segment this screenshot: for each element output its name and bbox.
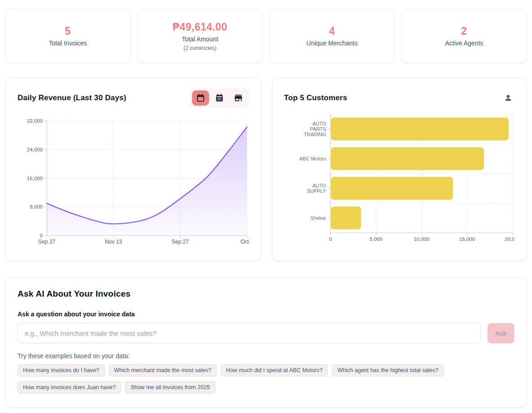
daily-revenue-chart: 08,00016,00024,00032,000Sep 27Nov 13Sep … — [18, 109, 249, 245]
example-chip[interactable]: Which merchant made the most sales? — [109, 364, 217, 377]
example-chip[interactable]: How many invoices does Juan have? — [18, 381, 121, 394]
svg-text:32,000: 32,000 — [27, 118, 43, 124]
svg-text:Nov 13: Nov 13 — [105, 239, 122, 245]
svg-text:Oct 1: Oct 1 — [241, 239, 249, 245]
svg-text:5,000: 5,000 — [369, 236, 382, 242]
calendar-month-icon — [215, 93, 224, 103]
ask-button[interactable]: Ask — [487, 323, 514, 343]
svg-text:16,000: 16,000 — [27, 176, 43, 181]
question-row: Ask — [18, 323, 514, 343]
charts-row: Daily Revenue (Last 30 Days) — [5, 78, 527, 261]
example-chip[interactable]: Show me all invoices from 2025 — [125, 381, 215, 394]
total-amount-sub: (2 currencies) — [183, 45, 216, 51]
examples-label: Try these examples based on your data: — [18, 352, 514, 360]
top-customers-header: Top 5 Customers — [284, 87, 515, 109]
person-icon — [502, 92, 514, 104]
svg-text:0: 0 — [329, 236, 331, 242]
svg-text:ABC Motors: ABC Motors — [299, 156, 326, 161]
ask-ai-title: Ask AI About Your Invoices — [18, 289, 514, 299]
daily-revenue-header: Daily Revenue (Last 30 Days) — [18, 87, 249, 109]
svg-text:8,000: 8,000 — [30, 204, 43, 209]
active-agents-label: Active Agents — [445, 40, 483, 47]
svg-text:15,000: 15,000 — [459, 236, 475, 242]
total-amount-value: ₱49,614.00 — [173, 21, 228, 33]
stat-card-active-agents: 2 Active Agents — [402, 9, 527, 63]
example-chips-row-2: How many invoices does Juan have?Show me… — [18, 381, 514, 394]
view-merchant-button[interactable] — [230, 90, 247, 106]
example-chips-row-1: How many invoices do I have?Which mercha… — [18, 364, 514, 377]
total-invoices-value: 5 — [65, 25, 71, 37]
ask-ai-card: Ask AI About Your Invoices Ask a questio… — [5, 277, 527, 408]
question-input[interactable] — [18, 323, 481, 343]
svg-text:24,000: 24,000 — [27, 147, 43, 152]
svg-text:AUTOPARTSTRADING: AUTOPARTSTRADING — [304, 121, 326, 137]
daily-revenue-title: Daily Revenue (Last 30 Days) — [18, 93, 126, 102]
svg-text:Sep 27: Sep 27 — [172, 239, 189, 245]
storefront-icon — [233, 93, 243, 103]
svg-text:Sep 27: Sep 27 — [38, 239, 55, 245]
svg-text:AUTOSUPPLY: AUTOSUPPLY — [307, 183, 326, 194]
top-customers-chart: 05,00010,00015,00020,000AUTOPARTSTRADING… — [284, 109, 514, 245]
view-monthly-button[interactable] — [211, 90, 228, 106]
unique-merchants-value: 4 — [329, 25, 335, 37]
top-customers-title: Top 5 Customers — [284, 93, 348, 102]
unique-merchants-label: Unique Merchants — [307, 40, 358, 47]
example-chip[interactable]: How many invoices do I have? — [18, 364, 105, 377]
total-amount-label: Total Amount — [182, 36, 218, 43]
svg-text:0: 0 — [40, 233, 43, 238]
active-agents-value: 2 — [461, 25, 467, 37]
svg-text:10,000: 10,000 — [413, 236, 429, 242]
stat-card-total-invoices: 5 Total Invoices — [5, 9, 130, 63]
example-chip[interactable]: How much did I spend at ABC Motors? — [221, 364, 328, 377]
stats-row: 5 Total Invoices ₱49,614.00 Total Amount… — [5, 9, 527, 63]
total-invoices-label: Total Invoices — [49, 40, 87, 47]
dashboard-page: 5 Total Invoices ₱49,614.00 Total Amount… — [0, 0, 532, 413]
svg-text:20,000: 20,000 — [505, 236, 514, 242]
revenue-view-toolbar — [190, 88, 249, 108]
view-daily-button[interactable] — [192, 90, 209, 106]
example-chip[interactable]: Which agent has the highest total sales? — [332, 364, 443, 377]
top-customers-panel: Top 5 Customers 05,00010,00015,00020,000… — [272, 78, 527, 261]
question-label: Ask a question about your invoice data — [18, 311, 514, 318]
stat-card-unique-merchants: 4 Unique Merchants — [270, 9, 395, 63]
stat-card-total-amount: ₱49,614.00 Total Amount (2 currencies) — [138, 9, 263, 63]
daily-revenue-panel: Daily Revenue (Last 30 Days) — [5, 78, 261, 261]
calendar-day-icon — [196, 93, 206, 103]
svg-text:Shekar: Shekar — [310, 215, 326, 221]
